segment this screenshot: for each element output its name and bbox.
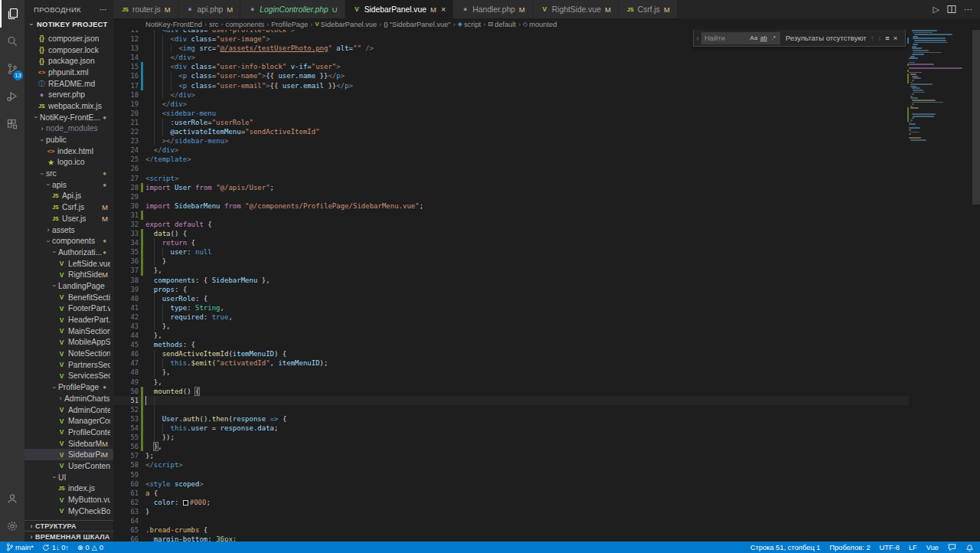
- settings-gear-icon[interactable]: [0, 512, 24, 540]
- source-control-icon[interactable]: 13: [0, 55, 24, 83]
- code-line-43[interactable]: 43},: [113, 322, 909, 331]
- code-line-29[interactable]: 29: [113, 192, 909, 201]
- code-line-27[interactable]: 27<script>: [113, 174, 909, 183]
- code-line-46[interactable]: 46sendActiveItemId(itemMenuID) {: [113, 349, 909, 358]
- code-line-61[interactable]: 61a {: [113, 489, 909, 498]
- explorer-icon[interactable]: [0, 0, 24, 28]
- tree-file-headerpart.vue[interactable]: VHeaderPart.vue: [24, 314, 113, 326]
- tree-file-mycheckbox.vue[interactable]: VMyCheckBox.vue: [24, 506, 113, 517]
- outline-section-header[interactable]: › СТРУКТУРА: [24, 520, 113, 531]
- breadcrumb-item-notikey-frontend[interactable]: NotiKey-FrontEnd: [145, 21, 202, 28]
- code-line-39[interactable]: 39props: {: [113, 285, 909, 294]
- code-line-57[interactable]: 57};: [113, 451, 909, 460]
- code-line-65[interactable]: 65.bread-crumbs {: [113, 525, 909, 535]
- tree-folder-apis[interactable]: ›apis●: [24, 179, 113, 191]
- tab-router.js[interactable]: JSrouter.jsM: [113, 0, 178, 18]
- indentation-indicator[interactable]: Пробелов: 2: [830, 544, 871, 551]
- code-line-24[interactable]: 24</div>: [113, 146, 909, 155]
- code-line-52[interactable]: 52: [113, 405, 909, 414]
- code-line-17[interactable]: 17<p class="user-email">{{ user.email }}…: [113, 81, 909, 90]
- tree-file-user.js[interactable]: JSUser.jsM: [24, 213, 113, 224]
- tree-file-partnerssectio...[interactable]: VPartnersSectio...: [24, 359, 113, 371]
- account-icon[interactable]: [0, 485, 24, 512]
- tab-csrf.js[interactable]: JSCsrf.jsM: [619, 0, 678, 18]
- code-line-25[interactable]: 25</template>: [113, 155, 909, 164]
- code-line-45[interactable]: 45methods: {: [113, 340, 909, 349]
- tree-file-notesection.vue[interactable]: VNoteSection.vue: [24, 348, 113, 359]
- run-debug-icon[interactable]: [0, 83, 24, 110]
- tree-folder-src[interactable]: ›src●: [24, 168, 113, 179]
- tree-file-footerpart.vue[interactable]: VFooterPart.vue: [24, 303, 113, 315]
- extensions-icon[interactable]: [0, 110, 24, 138]
- tab-rightside.vue[interactable]: VRightSide.vueM: [533, 0, 619, 18]
- scrollbar[interactable]: [972, 30, 980, 542]
- code-line-51[interactable]: 51: [113, 396, 909, 405]
- code-line-26[interactable]: 26: [113, 164, 909, 173]
- tree-file-api.js[interactable]: JSApi.js: [24, 191, 113, 202]
- feedback-icon[interactable]: [948, 543, 956, 551]
- tree-file-composer.lock[interactable]: {}composer.lock: [24, 44, 113, 56]
- tree-file-index.js[interactable]: JSindex.js: [24, 483, 113, 495]
- tree-file-mybutton.vue[interactable]: VMyButton.vue: [24, 494, 113, 506]
- code-line-23[interactable]: 23></sidebar-menu>: [113, 136, 909, 146]
- tree-folder-notikey-fronte...[interactable]: ›NotiKey-FrontE...●: [24, 112, 113, 123]
- timeline-section-header[interactable]: › ВРЕМЕННАЯ ШКАЛА: [24, 531, 113, 542]
- code-line-38[interactable]: 38components: { SidebarMenu },: [113, 276, 909, 285]
- tree-file-server.php[interactable]: ●server.php: [24, 89, 113, 100]
- language-mode-indicator[interactable]: Vue: [926, 544, 939, 551]
- code-line-34[interactable]: 34return {: [113, 238, 909, 247]
- tree-file-leftside.vue[interactable]: VLeftSide.vue: [24, 258, 113, 270]
- tree-file-logo.ico[interactable]: ★logo.ico: [24, 157, 113, 169]
- tree-file-usercontent.vue[interactable]: VUserContent.vue: [24, 460, 113, 472]
- code-line-33[interactable]: 33data() {: [113, 229, 909, 238]
- tree-file-phpunit.xml[interactable]: <>phpunit.xml: [24, 67, 113, 78]
- tree-folder-admincharts[interactable]: ›AdminCharts: [24, 393, 113, 404]
- tree-file-package.json[interactable]: {}package.json: [24, 55, 113, 67]
- tree-file-admincontent....[interactable]: VAdminContent....: [24, 404, 113, 416]
- tree-file-readme.md[interactable]: ⓘREADME.md: [24, 78, 113, 90]
- code-line-49[interactable]: 49},: [113, 378, 909, 387]
- code-line-56[interactable]: 56},: [113, 442, 909, 451]
- code-line-28[interactable]: 28import User from "@/apis/User";: [113, 183, 909, 192]
- tree-file-mainsection.vue[interactable]: VMainSection.vue: [24, 326, 113, 337]
- next-match-icon[interactable]: ↓: [877, 34, 881, 42]
- code-line-35[interactable]: 35user: null: [113, 247, 909, 257]
- sync-indicator[interactable]: 1↓ 0↑: [42, 544, 69, 551]
- problems-indicator[interactable]: ⊗ 0 △ 0: [77, 544, 103, 551]
- code-line-44[interactable]: 44},: [113, 331, 909, 340]
- tree-folder-components[interactable]: ›components●: [24, 235, 113, 247]
- code-line-62[interactable]: 62color: #000;: [113, 498, 909, 507]
- tree-file-csrf.js[interactable]: JSCsrf.jsM: [24, 201, 113, 213]
- code-line-37[interactable]: 37},: [113, 266, 909, 275]
- code-line-20[interactable]: 20<sidebar-menu: [113, 109, 909, 118]
- code-line-36[interactable]: 36}: [113, 257, 909, 266]
- close-icon[interactable]: ×: [441, 5, 446, 14]
- breadcrumb-item-default[interactable]: ⊡default: [488, 21, 516, 28]
- code-line-60[interactable]: 60<style scoped>: [113, 479, 909, 489]
- toggle-replace-icon[interactable]: ›: [694, 34, 701, 42]
- scrollbar-thumb[interactable]: [972, 30, 980, 205]
- code-line-22[interactable]: 22@activateItemMenu="sendActiveItemId": [113, 127, 909, 136]
- code-line-30[interactable]: 30import SidebarMenu from "@/components/…: [113, 201, 909, 211]
- split-editor-icon[interactable]: [947, 5, 956, 14]
- tree-file-webpack.mix.js[interactable]: JSwebpack.mix.js: [24, 100, 113, 112]
- tree-file-servicessectio...[interactable]: VServicesSectio...: [24, 371, 113, 382]
- tree-folder-profilepage[interactable]: ›ProfilePage●: [24, 381, 113, 393]
- whole-word-icon[interactable]: ab: [759, 34, 769, 41]
- explorer-more-icon[interactable]: ⋯: [100, 5, 107, 14]
- breadcrumb-item-profilepage[interactable]: ProfilePage: [271, 21, 308, 28]
- code-line-15[interactable]: 15<div class="user-info-block" v-if="use…: [113, 62, 909, 71]
- tree-file-mobileappsect...[interactable]: VMobileAppSect...: [24, 337, 113, 348]
- code-editor[interactable]: 11<div class="user-profile-block">12<div…: [113, 30, 980, 542]
- find-input[interactable]: Найти Aa ab .*: [701, 32, 780, 44]
- tab-api.php[interactable]: ●api.phpM: [178, 0, 241, 18]
- tree-folder-node_modules[interactable]: ›node_modules: [24, 123, 113, 135]
- code-line-63[interactable]: 63}: [113, 507, 909, 516]
- code-line-14[interactable]: 14</div>: [113, 53, 909, 62]
- tab-handler.php[interactable]: ●Handler.phpM: [453, 0, 532, 18]
- find-in-selection-icon[interactable]: ≡: [885, 34, 890, 42]
- breadcrumb-item-components[interactable]: components: [226, 21, 265, 28]
- tree-file-sidebarpa...[interactable]: VSidebarPa...M: [24, 449, 113, 460]
- tab-logincontroller.php[interactable]: ●LoginController.phpU: [240, 0, 345, 18]
- tree-folder-authorizati...[interactable]: ›Authorizati...●: [24, 247, 113, 258]
